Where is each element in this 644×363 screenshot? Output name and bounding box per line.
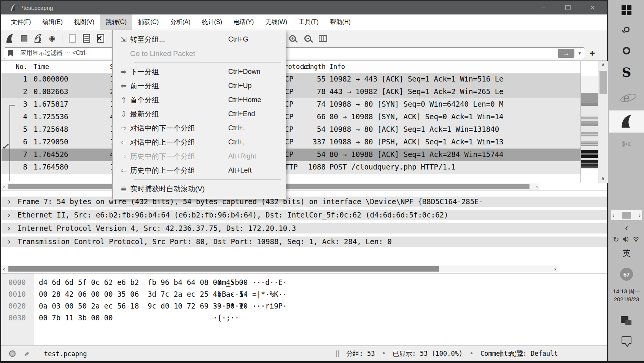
go-menu-item[interactable]: ⇦对话中的上一个分组Ctrl+, [113, 135, 286, 149]
hex-row[interactable]: 00200a 03 00 50 2a ec 56 18 9c d0 10 72 … [2, 302, 607, 313]
start-button[interactable] [609, 5, 644, 16]
taskbar-sogou[interactable]: S [609, 64, 644, 81]
detail-line[interactable]: ›Frame 7: 54 bytes on wire (432 bits), 5… [2, 197, 607, 207]
capture-comment-icon[interactable]: ✎ [25, 350, 29, 358]
expert-info-icon[interactable] [9, 350, 16, 357]
menu-separator [134, 179, 281, 180]
go-menu-item[interactable]: ⇦历史中的上一个分组Alt+Left [113, 163, 286, 178]
packet-row-3[interactable]: 31.6758171TCP7410988 → 80 [SYN] Seq=0 Wi… [2, 98, 608, 111]
packet-row-4[interactable]: 41.7255364TCP6680 → 10988 [SYN, ACK] Seq… [2, 111, 608, 123]
hex-row[interactable]: 0000d4 6d 6d 5f 0c 62 e6 b2 fb 96 b4 64 … [2, 278, 607, 290]
scroll-left-icon[interactable]: ‹ [3, 265, 5, 272]
column-header-info[interactable]: Info [329, 63, 345, 70]
scroll-up-icon[interactable]: ∧ [598, 62, 608, 67]
menu-item-6[interactable]: 分析(A) [164, 14, 196, 30]
menu-item-11[interactable]: 帮助(H) [324, 14, 356, 30]
tray-scroll-left-icon[interactable]: ‹ [612, 212, 614, 218]
hex-row[interactable]: 003000 7b 11 3b 00 00·{·;·· [2, 313, 607, 325]
hex-offset: 0020 [8, 302, 26, 310]
save-file-icon[interactable] [81, 33, 92, 44]
scroll-right-icon[interactable]: › [536, 183, 538, 190]
start-capture-icon[interactable] [5, 33, 15, 44]
capture-options-icon[interactable]: ◉ [47, 33, 57, 44]
packet-row-5[interactable]: 51.7256481TCP5410988 → 80 [ACK] Seq=1 Ac… [2, 123, 608, 136]
zoom-out-icon[interactable]: − [302, 33, 313, 44]
filter-bookmark-icon[interactable] [4, 48, 17, 59]
speaker-icon[interactable] [622, 236, 629, 242]
menu-item-label: 首个分组 [130, 95, 228, 105]
close-file-icon[interactable] [95, 33, 106, 44]
filter-dropdown-icon[interactable]: ▾ [578, 50, 581, 56]
detail-line[interactable]: ›Internet Protocol Version 4, Src: 42.23… [2, 223, 607, 233]
column-header-time[interactable]: Time [33, 63, 49, 70]
go-menu-item[interactable]: ⇨对话中的下一个分组Ctrl+. [113, 121, 286, 135]
tray-badge-app[interactable]: 57 [609, 267, 644, 282]
details-hscrollbar[interactable]: ‹ › [2, 265, 558, 272]
detail-line[interactable]: ›Transmission Control Protocol, Src Port… [2, 237, 607, 247]
packet-row-6[interactable]: 61.7290501TCP33710988 → 80 [PSH, ACK] Se… [2, 136, 608, 149]
go-menu-item[interactable]: ⇨下一分组Ctrl+Down [113, 65, 286, 79]
menu-item-1[interactable]: 文件(F) [5, 14, 37, 30]
go-menu-item[interactable]: ⇲转至分组...Ctrl+G [113, 32, 286, 46]
scroll-right-icon[interactable]: › [554, 265, 556, 272]
go-menu-item[interactable]: ⇦前一分组Ctrl+Up [113, 79, 286, 93]
taskbar-wireshark-active[interactable] [609, 110, 644, 133]
apply-filter-button[interactable]: → [558, 49, 574, 58]
scroll-down-icon[interactable]: ∨ [598, 176, 608, 181]
taskbar-ie[interactable]: e [609, 90, 644, 105]
expander-icon[interactable]: › [7, 197, 11, 207]
add-filter-button[interactable]: + [590, 48, 595, 59]
go-menu-item[interactable]: ⇩最新分组Ctrl+End [113, 107, 286, 121]
action-center[interactable] [609, 334, 644, 346]
packet-row-2[interactable]: 20.0826632TCP78443 → 10982 [ACK] Seq=1 A… [2, 86, 608, 98]
tray-scroll-thumb[interactable] [622, 212, 631, 219]
packet-row-1[interactable]: 10.0000001TCP5510982 → 443 [ACK] Seq=1 A… [2, 73, 608, 86]
menu-item-8[interactable]: 电话(Y) [228, 14, 259, 30]
expander-icon[interactable]: › [7, 223, 11, 233]
packet-row-8[interactable]: 81.7645801HTTP1088POST /cloudquery.php H… [2, 161, 608, 174]
menu-item-10[interactable]: 工具(T) [293, 14, 324, 30]
sync-icon[interactable]: ↻ [613, 235, 619, 244]
menu-item-7[interactable]: 统计(S) [196, 14, 228, 30]
expander-icon[interactable]: › [7, 237, 11, 247]
cell-no: 2 [2, 87, 27, 96]
intelligent-scrollbar-minimap[interactable] [580, 61, 598, 183]
taskbar-clock[interactable]: 14:13 周一 2021/8/23 [609, 286, 644, 304]
tray-scroll-right-icon[interactable]: › [639, 212, 641, 218]
packet-list-vscrollbar[interactable]: ∧ ∨ [598, 61, 608, 183]
open-file-icon[interactable] [67, 33, 78, 44]
menu-item-5[interactable]: 捕获(C) [132, 14, 164, 30]
minimize-button[interactable]: – [538, 4, 549, 11]
column-header-no[interactable]: No. [2, 63, 27, 70]
packet-row-7[interactable]: 71.7645264TCP5480 → 10988 [ACK] Seq=1 Ac… [2, 149, 608, 161]
hex-row[interactable]: 001000 28 42 06 00 00 35 06 3d 7c 2a ec … [2, 290, 607, 302]
wifi-icon[interactable] [632, 236, 640, 242]
scroll-left-icon[interactable]: ‹ [3, 183, 5, 190]
resize-columns-icon[interactable] [318, 33, 328, 44]
menu-item-4[interactable]: 跳转(G) [100, 14, 132, 30]
taskbar-cortana[interactable] [609, 45, 644, 56]
detail-line[interactable]: ›Ethernet II, Src: e6:b2:fb:96:b4:64 (e6… [2, 210, 607, 220]
go-menu-item[interactable]: ⇧首个分组Ctrl+Home [113, 93, 286, 107]
taskbar-search[interactable] [609, 24, 644, 35]
close-button[interactable]: ✕ [587, 4, 598, 12]
menu-item-3[interactable]: 视图(V) [68, 14, 100, 30]
menu-item-label: Go to Linked Packet [130, 50, 228, 58]
vscroll-thumb[interactable] [599, 71, 607, 94]
hscroll-thumb[interactable] [8, 266, 439, 272]
menu-item-9[interactable]: 无线(W) [259, 14, 293, 30]
restart-capture-icon[interactable] [33, 33, 43, 44]
stop-capture-icon[interactable] [19, 33, 29, 44]
menu-item-2[interactable]: 编辑(E) [37, 14, 68, 30]
column-header-length[interactable]: Length [294, 63, 326, 70]
taskbar-messages[interactable] [609, 315, 644, 328]
tray-expand[interactable]: ‹ [609, 223, 644, 232]
maximize-button[interactable] [565, 5, 571, 10]
expander-icon[interactable]: › [7, 210, 11, 220]
language-indicator[interactable]: 英 [609, 248, 644, 258]
display-filter-input[interactable]: 应用显示过滤器 ⋯ <Ctrl- → ▾ [4, 47, 585, 59]
zoom-in-icon[interactable]: + [287, 33, 298, 44]
taskbar-scissors-app[interactable]: ✄ [609, 136, 644, 152]
go-menu-item[interactable]: ≣实时捕获时自动滚动(V) [113, 182, 286, 196]
tray-scroll[interactable]: ‹› [609, 210, 644, 220]
